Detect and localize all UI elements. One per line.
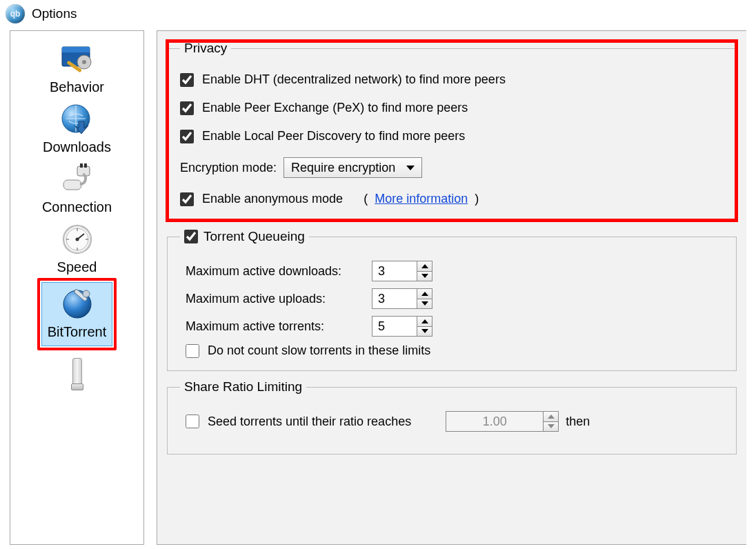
checkbox-queueing[interactable]: Torrent Queueing — [184, 229, 305, 244]
svg-rect-9 — [63, 180, 81, 190]
svg-rect-7 — [80, 163, 83, 168]
settings-content: Privacy Enable DHT (decentralized networ… — [157, 30, 746, 545]
checkbox-anon-label: Enable anonymous mode — [202, 192, 343, 206]
sidebar-item-label: Behavior — [50, 79, 104, 95]
max-torrents-spin[interactable] — [372, 316, 432, 337]
max-downloads-spin[interactable] — [372, 261, 432, 281]
group-ratio: Share Ratio Limiting Seed torrents until… — [167, 379, 737, 455]
spin-up-icon[interactable] — [417, 317, 432, 327]
max-uploads-spin[interactable] — [372, 288, 432, 309]
max-uploads-input[interactable] — [372, 289, 417, 308]
spin-down-icon[interactable] — [417, 299, 432, 309]
more-info-open: ( — [364, 192, 368, 206]
svg-rect-8 — [84, 163, 87, 168]
checkbox-anon[interactable]: Enable anonymous mode — [180, 192, 343, 206]
checkbox-seed-until-label: Seed torrents until their ratio reaches — [208, 415, 411, 429]
spin-up-icon[interactable] — [417, 261, 432, 272]
checkbox-dht-label: Enable DHT (decentralized network) to fi… — [202, 72, 506, 87]
max-torrents-input[interactable] — [372, 317, 417, 336]
webui-icon — [58, 356, 97, 390]
spin-down-icon — [544, 422, 558, 432]
window-title: Options — [32, 6, 77, 21]
chevron-down-icon — [406, 166, 415, 170]
checkbox-lpd-input[interactable] — [180, 130, 194, 143]
checkbox-dht[interactable]: Enable DHT (decentralized network) to fi… — [180, 72, 506, 87]
group-ratio-legend: Share Ratio Limiting — [180, 379, 306, 395]
max-downloads-input[interactable] — [372, 261, 417, 281]
checkbox-pex-input[interactable] — [180, 101, 194, 115]
sidebar-item-connection[interactable]: Connection — [14, 158, 139, 218]
seed-ratio-input — [446, 412, 543, 431]
spin-down-icon[interactable] — [417, 327, 432, 337]
sidebar-item-label: Speed — [57, 259, 97, 275]
svg-point-17 — [75, 238, 79, 241]
more-information-link[interactable]: More information — [375, 192, 468, 206]
sidebar-item-bittorrent[interactable]: BitTorrent — [41, 282, 113, 346]
svg-rect-1 — [62, 47, 90, 52]
encryption-label: Encryption mode: — [180, 161, 277, 175]
spin-up-icon — [544, 412, 558, 422]
seed-ratio-spin — [446, 411, 559, 432]
app-icon: qb — [6, 4, 25, 23]
svg-point-3 — [82, 60, 86, 64]
checkbox-slow-label: Do not count slow torrents in these limi… — [208, 343, 430, 358]
sidebar-item-highlight: BitTorrent — [37, 278, 117, 350]
max-downloads-label: Maximum active downloads: — [186, 264, 365, 279]
checkbox-dht-input[interactable] — [180, 73, 194, 87]
checkbox-seed-until[interactable]: Seed torrents until their ratio reaches — [186, 415, 411, 429]
group-queueing-legend: Torrent Queueing — [180, 229, 309, 244]
checkbox-slow-input[interactable] — [186, 344, 199, 358]
spin-down-icon[interactable] — [417, 272, 432, 281]
group-privacy-legend: Privacy — [180, 41, 231, 56]
checkbox-pex-label: Enable Peer Exchange (PeX) to find more … — [202, 101, 468, 115]
checkbox-anon-input[interactable] — [180, 192, 194, 206]
sidebar-item-behavior[interactable]: Behavior — [14, 38, 139, 98]
sidebar-item-label: BitTorrent — [48, 324, 107, 340]
speed-icon — [58, 222, 97, 257]
checkbox-lpd-label: Enable Local Peer Discovery to find more… — [202, 129, 465, 143]
seed-then-label: then — [566, 415, 590, 429]
encryption-mode-value: Require encryption — [291, 161, 395, 175]
checkbox-pex[interactable]: Enable Peer Exchange (PeX) to find more … — [180, 101, 468, 115]
sidebar-item-label: Connection — [42, 199, 112, 215]
sidebar-item-label: Downloads — [43, 139, 111, 155]
sidebar-item-webui[interactable] — [14, 352, 139, 390]
svg-point-21 — [83, 290, 90, 297]
checkbox-queueing-label: Torrent Queueing — [203, 229, 305, 244]
downloads-icon — [58, 102, 97, 137]
bittorrent-icon — [58, 287, 97, 321]
group-privacy: Privacy Enable DHT (decentralized networ… — [167, 41, 737, 221]
checkbox-queueing-input[interactable] — [184, 230, 198, 243]
checkbox-slow[interactable]: Do not count slow torrents in these limi… — [186, 343, 430, 358]
max-torrents-label: Maximum active torrents: — [186, 319, 365, 334]
behavior-icon — [58, 42, 97, 77]
more-info-close: ) — [475, 192, 479, 206]
sidebar-item-downloads[interactable]: Downloads — [14, 98, 139, 158]
spin-up-icon[interactable] — [417, 289, 432, 299]
encryption-mode-select[interactable]: Require encryption — [284, 157, 422, 178]
sidebar-item-speed[interactable]: Speed — [14, 218, 139, 278]
checkbox-seed-until-input[interactable] — [186, 415, 199, 428]
connection-icon — [58, 162, 97, 197]
group-queueing: Torrent Queueing Maximum active download… — [167, 229, 737, 371]
sidebar: Behavior Downloads — [10, 30, 144, 545]
titlebar: qb Options — [0, 0, 756, 30]
max-uploads-label: Maximum active uploads: — [186, 292, 365, 306]
checkbox-lpd[interactable]: Enable Local Peer Discovery to find more… — [180, 129, 465, 143]
